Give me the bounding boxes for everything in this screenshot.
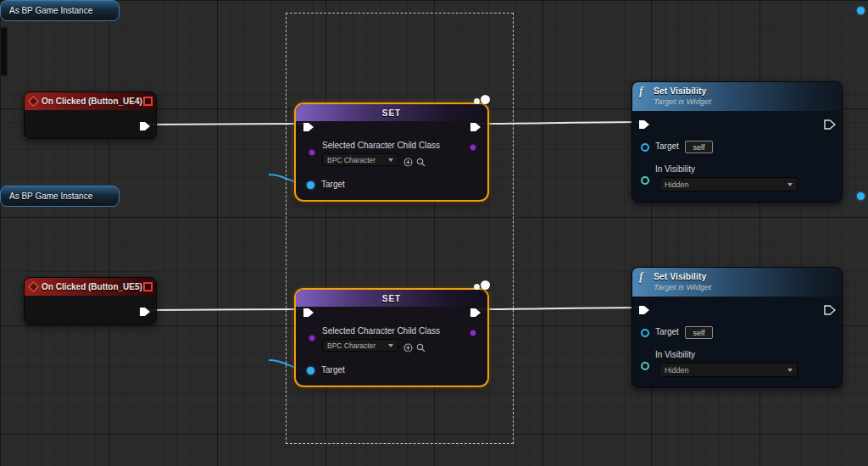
- in-visibility-pin-label: In Visibility: [655, 350, 695, 359]
- exec-in-pin[interactable]: [303, 120, 314, 130]
- visibility-select-value: Hidden: [665, 366, 689, 374]
- exec-out-pin[interactable]: [139, 119, 151, 130]
- event-node-header: On Clicked (Button_UE5): [25, 278, 156, 296]
- visibility-enum-pin[interactable]: [641, 362, 649, 370]
- target-in-pin[interactable]: [307, 367, 314, 374]
- class-select-dropdown[interactable]: BPC Character: [322, 153, 398, 166]
- class-out-pin[interactable]: [470, 330, 476, 336]
- class-select-value: BPC Character: [327, 156, 376, 164]
- browse-search-icon[interactable]: [416, 341, 426, 350]
- wire-layer: [0, 0, 868, 466]
- object-out-pin[interactable]: [857, 192, 865, 200]
- exec-out-pin[interactable]: [470, 306, 481, 316]
- exec-in-pin[interactable]: [638, 118, 650, 128]
- exec-out-pin[interactable]: [824, 303, 836, 313]
- variable-getter-node[interactable]: As BP Game Instance: [0, 0, 120, 21]
- class-in-pin[interactable]: [309, 149, 315, 156]
- object-out-pin[interactable]: [857, 7, 865, 14]
- property-pin-label: Selected Character Child Class: [322, 141, 440, 150]
- chevron-down-icon: [388, 344, 393, 347]
- event-node-onclicked[interactable]: On Clicked (Button_UE4): [24, 92, 157, 139]
- target-in-pin[interactable]: [641, 329, 649, 337]
- function-node-subtitle: Target is Widget: [654, 282, 711, 291]
- use-selected-icon[interactable]: [403, 341, 413, 350]
- variable-getter-node[interactable]: As BP Game Instance: [0, 186, 120, 207]
- chevron-down-icon: [787, 369, 793, 372]
- property-pin-label: Selected Character Child Class: [322, 326, 440, 336]
- exec-wire[interactable]: [475, 308, 643, 309]
- set-variable-node[interactable]: SET Selected Character Child Class BPC C…: [294, 288, 489, 387]
- set-node-header: SET: [296, 104, 487, 121]
- target-in-pin[interactable]: [307, 181, 314, 189]
- visibility-select-dropdown[interactable]: Hidden: [659, 177, 798, 191]
- function-node-header: f Set Visibility Target is Widget: [632, 82, 842, 111]
- exec-wire[interactable]: [475, 122, 643, 124]
- target-pin-label: Target: [321, 180, 345, 189]
- class-in-pin[interactable]: [309, 335, 315, 341]
- event-icon: [28, 281, 39, 292]
- event-node-header: On Clicked (Button_UE4): [25, 92, 156, 110]
- visibility-enum-pin[interactable]: [641, 176, 649, 185]
- chevron-down-icon: [787, 183, 793, 186]
- event-node-title: On Clicked (Button_UE5): [42, 282, 142, 291]
- set-node-header: SET: [296, 290, 487, 307]
- event-icon: [28, 96, 39, 107]
- class-select-dropdown[interactable]: BPC Character: [322, 339, 398, 352]
- chevron-down-icon: [388, 158, 393, 162]
- event-node-title: On Clicked (Button_UE4): [42, 97, 142, 106]
- variable-getter-label: As BP Game Instance: [9, 191, 92, 201]
- variable-getter-label: As BP Game Instance: [9, 6, 92, 15]
- use-selected-icon[interactable]: [403, 155, 413, 164]
- target-in-pin[interactable]: [641, 143, 649, 152]
- set-visibility-node[interactable]: f Set Visibility Target is Widget Target…: [632, 267, 843, 388]
- function-node-header: f Set Visibility Target is Widget: [632, 268, 842, 297]
- exec-in-pin[interactable]: [303, 306, 314, 316]
- self-default-value: self: [685, 141, 713, 153]
- in-visibility-pin-label: In Visibility: [655, 164, 695, 174]
- exec-in-pin[interactable]: [638, 303, 650, 313]
- target-pin-label: Target: [655, 141, 679, 151]
- function-node-title: Set Visibility: [654, 86, 706, 96]
- function-node-subtitle: Target is Widget: [654, 97, 711, 106]
- exec-out-pin[interactable]: [139, 305, 151, 315]
- set-visibility-node[interactable]: f Set Visibility Target is Widget Target…: [632, 81, 843, 202]
- comment-bubble-icon[interactable]: [474, 280, 490, 290]
- exec-wire[interactable]: [145, 124, 303, 125]
- delegate-pin[interactable]: [143, 97, 153, 106]
- event-node-onclicked[interactable]: On Clicked (Button_UE5): [24, 277, 157, 325]
- function-f-icon: f: [639, 270, 643, 284]
- exec-out-pin[interactable]: [470, 120, 481, 130]
- set-node-title: SET: [382, 294, 401, 303]
- blueprint-graph-canvas[interactable]: On Clicked (Button_UE4) As BP Game Insta…: [0, 0, 868, 466]
- delegate-pin[interactable]: [143, 282, 153, 291]
- offscreen-node[interactable]: [0, 27, 8, 76]
- exec-out-pin[interactable]: [824, 118, 836, 128]
- target-pin-label: Target: [321, 365, 345, 374]
- set-variable-node[interactable]: SET Selected Character Child Class BPC C…: [294, 103, 489, 202]
- browse-search-icon[interactable]: [416, 155, 426, 164]
- function-node-title: Set Visibility: [654, 271, 706, 281]
- visibility-select-value: Hidden: [665, 180, 689, 189]
- class-out-pin[interactable]: [470, 144, 476, 151]
- self-default-value: self: [685, 326, 713, 339]
- set-node-title: SET: [382, 108, 401, 118]
- target-pin-label: Target: [655, 327, 679, 336]
- comment-bubble-icon[interactable]: [474, 95, 490, 104]
- class-select-value: BPC Character: [327, 341, 376, 350]
- exec-wire[interactable]: [145, 309, 303, 310]
- function-f-icon: f: [639, 85, 643, 98]
- visibility-select-dropdown[interactable]: Hidden: [659, 363, 798, 377]
